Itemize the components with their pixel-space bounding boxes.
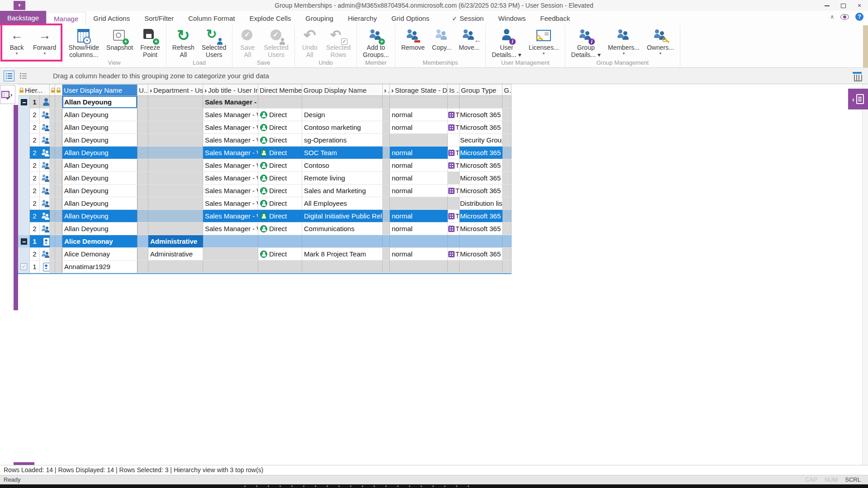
is-flag-cell[interactable]	[448, 134, 460, 146]
g-cell[interactable]	[503, 159, 512, 171]
locked-cell[interactable]	[55, 235, 62, 247]
department-cell[interactable]	[148, 197, 203, 209]
g-cell[interactable]	[503, 235, 512, 247]
g-cell[interactable]	[503, 210, 512, 222]
g-cell[interactable]	[503, 134, 512, 146]
row-icon-cell[interactable]	[40, 223, 50, 235]
locked-cell[interactable]	[55, 223, 62, 235]
tab-backstage[interactable]: Backstage	[0, 11, 46, 25]
hierarchy-level-cell[interactable]: 2	[30, 223, 40, 235]
selected-rows-button[interactable]: ✓SelectedRows	[323, 25, 354, 58]
direct-member-cell[interactable]	[258, 235, 302, 247]
department-cell[interactable]	[148, 147, 203, 159]
hierarchy-level-cell[interactable]: 2	[30, 210, 40, 222]
tab-feedback[interactable]: Feedback	[533, 12, 577, 25]
locked-cell[interactable]	[55, 121, 62, 133]
is-flag-cell[interactable]: T	[448, 248, 460, 260]
arrow-cell[interactable]	[383, 223, 390, 235]
locked-cell[interactable]	[50, 248, 55, 260]
storage-state-cell[interactable]: normal	[390, 121, 448, 133]
locked-cell[interactable]	[55, 185, 62, 197]
right-flyout-tab[interactable]: ‹	[848, 89, 868, 109]
job-title-cell[interactable]: Sales Manager - Wes	[203, 109, 258, 121]
locked-cell[interactable]	[50, 235, 55, 247]
u-cell[interactable]	[138, 197, 148, 209]
storage-state-cell[interactable]: normal	[390, 172, 448, 184]
trash-icon[interactable]	[853, 71, 862, 81]
storage-state-cell[interactable]	[390, 96, 448, 108]
user-display-name-cell[interactable]: Allan Deyoung	[62, 210, 138, 222]
table-row[interactable]: 1Alice DemonayAdministrative	[18, 235, 512, 248]
u-cell[interactable]	[138, 134, 148, 146]
user-display-name-cell[interactable]: Alice Demonay	[62, 248, 138, 260]
locked-cell[interactable]	[55, 172, 62, 184]
hierarchy-level-cell[interactable]: 2	[30, 109, 40, 121]
hierarchy-level-cell[interactable]: 1	[30, 96, 40, 108]
column-header-is[interactable]: Is ...	[448, 84, 460, 96]
tab-hierarchy[interactable]: Hierarchy	[341, 12, 384, 25]
job-title-cell[interactable]: Sales Manager - Wes	[203, 197, 258, 209]
tab-sort-filter[interactable]: Sort/Filter	[137, 12, 181, 25]
column-header-s[interactable]: S	[55, 84, 62, 96]
user-display-name-cell[interactable]: Allan Deyoung	[62, 159, 138, 171]
is-flag-cell[interactable]	[448, 172, 460, 184]
storage-state-cell[interactable]: normal	[390, 185, 448, 197]
is-flag-cell[interactable]: T	[448, 159, 460, 171]
group-type-cell[interactable]: Microsoft 365 gr	[460, 172, 503, 184]
table-row[interactable]: ✓1Annatimar1929	[18, 261, 512, 273]
user-display-name-cell[interactable]: Alice Demonay	[62, 235, 138, 247]
eye-icon[interactable]	[840, 14, 849, 20]
row-icon-cell[interactable]	[40, 109, 50, 121]
hierarchy-level-cell[interactable]: 2	[30, 248, 40, 260]
members-button[interactable]: Members...▾	[604, 25, 643, 56]
selected-users-button[interactable]: SelectedUsers	[260, 25, 292, 58]
user-display-name-cell[interactable]: Allan Deyoung	[62, 223, 138, 235]
g-cell[interactable]	[503, 248, 512, 260]
direct-member-cell[interactable]: Direct	[258, 248, 302, 260]
group-type-cell[interactable]: Microsoft 365 gr	[460, 121, 503, 133]
group-type-cell[interactable]	[460, 235, 503, 247]
job-title-cell[interactable]: Sales Manager - Wes	[203, 134, 258, 146]
is-flag-cell[interactable]: T	[448, 109, 460, 121]
table-row[interactable]: 2Allan DeyoungSales Manager - WesDirectR…	[18, 172, 512, 185]
forward-button[interactable]: Forward▾	[29, 25, 60, 56]
group-display-name-cell[interactable]: Remote living	[302, 172, 383, 184]
direct-member-cell[interactable]: Direct	[258, 197, 302, 209]
tab-explode-cells[interactable]: Explode Cells	[242, 12, 299, 25]
row-icon-cell[interactable]	[40, 96, 50, 108]
row-icon-cell[interactable]	[40, 235, 50, 247]
job-title-cell[interactable]: Sales Manager - Wes	[203, 210, 258, 222]
hierarchy-level-cell[interactable]: 1	[30, 235, 40, 247]
department-cell[interactable]	[148, 159, 203, 171]
user-display-name-cell[interactable]: Annatimar1929	[62, 261, 138, 273]
department-cell[interactable]	[148, 96, 203, 108]
arrow-cell[interactable]	[383, 159, 390, 171]
job-title-cell[interactable]: Sales Manager - Wes	[203, 223, 258, 235]
g-cell[interactable]	[503, 172, 512, 184]
group-type-cell[interactable]: Microsoft 365 gr	[460, 248, 503, 260]
licenses-button[interactable]: Licenses...▾	[525, 25, 563, 56]
direct-member-cell[interactable]: Direct	[258, 159, 302, 171]
is-flag-cell[interactable]: T	[448, 210, 460, 222]
u-cell[interactable]	[138, 210, 148, 222]
group-display-name-cell[interactable]: Communications	[302, 223, 383, 235]
row-icon-cell[interactable]	[40, 134, 50, 146]
is-flag-cell[interactable]	[448, 197, 460, 209]
direct-member-cell[interactable]: Direct	[258, 185, 302, 197]
u-cell[interactable]	[138, 261, 148, 273]
u-cell[interactable]	[138, 159, 148, 171]
group-type-cell[interactable]: Microsoft 365 gr	[460, 159, 503, 171]
tab-grid-options[interactable]: Grid Options	[384, 12, 436, 25]
grouping-zone-hint[interactable]: Drag a column header to this grouping zo…	[53, 72, 269, 80]
tab-column-format[interactable]: Column Format	[181, 12, 242, 25]
is-flag-cell[interactable]	[448, 261, 460, 273]
user-display-name-cell[interactable]: Allan Deyoung	[62, 147, 138, 159]
locked-cell[interactable]	[55, 261, 62, 273]
locked-cell[interactable]	[55, 96, 62, 108]
direct-member-cell[interactable]	[258, 261, 302, 273]
table-row[interactable]: 2Allan DeyoungSales Manager - WesDirectC…	[18, 121, 512, 134]
copy-button[interactable]: Copy...	[428, 25, 455, 51]
job-title-cell[interactable]: Sales Manager - Wes	[203, 147, 258, 159]
group-display-name-cell[interactable]: Sales and Marketing	[302, 185, 383, 197]
help-icon[interactable]: ?	[855, 13, 863, 21]
